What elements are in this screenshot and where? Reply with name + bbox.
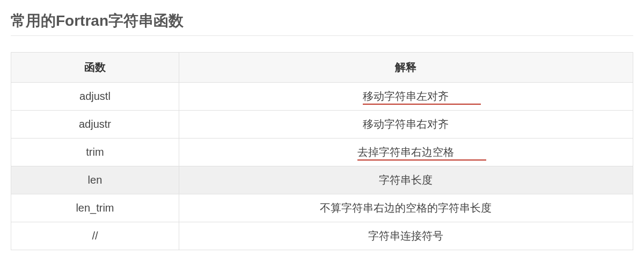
cell-desc: 不算字符串右边的空格的字符串长度 [179,194,633,222]
header-func: 函数 [11,53,179,83]
cell-func: adjustl [11,83,179,111]
cell-desc: 字符串长度 [179,166,633,194]
cell-func: len_trim [11,194,179,222]
page-title: 常用的Fortran字符串函数 [11,11,633,36]
cell-desc: 移动字符串左对齐 [179,83,633,111]
table-row: adjustr 移动字符串右对齐 [11,111,633,139]
string-functions-table: 函数 解释 adjustl 移动字符串左对齐 adjustr 移动字符串右对齐 … [11,52,633,250]
cell-func: trim [11,139,179,166]
annotation-underline [363,104,481,105]
table-row: len_trim 不算字符串右边的空格的字符串长度 [11,194,633,222]
cell-desc-text: 去掉字符串右边空格 [357,146,454,158]
cell-desc: 移动字符串右对齐 [179,111,633,139]
table-row: // 字符串连接符号 [11,222,633,250]
table-row: adjustl 移动字符串左对齐 [11,83,633,111]
cell-desc-text: 移动字符串左对齐 [363,90,449,102]
annotation-underline [357,159,486,161]
table-header-row: 函数 解释 [11,53,633,83]
cell-desc: 去掉字符串右边空格 [179,139,633,166]
cell-desc: 字符串连接符号 [179,222,633,250]
header-desc: 解释 [179,53,633,83]
cell-func: // [11,222,179,250]
cell-func: len [11,166,179,194]
cell-func: adjustr [11,111,179,139]
table-row: trim 去掉字符串右边空格 [11,139,633,166]
table-row: len 字符串长度 [11,166,633,194]
